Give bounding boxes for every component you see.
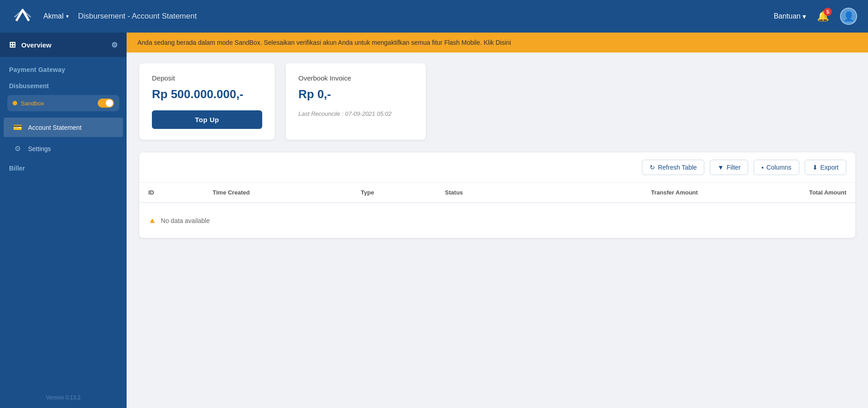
cards-row: Deposit Rp 500.000.000,- Top Up Overbook… (139, 63, 855, 140)
sidebar-version: Version 0.13.2 (0, 387, 127, 408)
sidebar-item-overview[interactable]: ⊞ Overview ⚙ (0, 33, 127, 57)
export-button[interactable]: ⬇ Export (805, 160, 846, 175)
notification-bell[interactable]: 🔔 5 (817, 10, 829, 22)
col-id: ID (139, 183, 203, 203)
table-header-row: ID Time Created Type Status Transfer Amo… (139, 183, 855, 203)
col-status: Status (436, 183, 533, 203)
refresh-table-button[interactable]: ↻ Refresh Table (642, 160, 704, 175)
account-statement-table: ID Time Created Type Status Transfer Amo… (139, 183, 855, 238)
settings-label: Settings (28, 145, 51, 152)
top-navigation: Akmal ▾ Disbursement - Account Statement… (0, 0, 868, 33)
environment-toggle[interactable]: Sandbox (7, 95, 119, 111)
sidebar-biller-label: Biller (0, 159, 127, 176)
avatar-icon: 👤 (843, 11, 854, 22)
col-time-created: Time Created (203, 183, 352, 203)
filter-button[interactable]: ▼ Filter (710, 160, 748, 175)
topnav-right-section: Bantuan ▾ 🔔 5 👤 (774, 8, 857, 25)
overbook-card: Overbook Invoice Rp 0,- Last Recouncile … (286, 63, 426, 140)
table-toolbar: ↻ Refresh Table ▼ Filter ▪ Columns ⬇ Exp… (139, 152, 855, 183)
no-data-row: ▲ No data available (139, 203, 855, 238)
user-name: Akmal (43, 12, 63, 20)
app-logo (11, 6, 34, 26)
topup-button[interactable]: Top Up (152, 110, 262, 129)
breadcrumb: Disbursement - Account Statement (78, 12, 774, 21)
main-content: Anda sedang berada dalam mode SandBox. S… (127, 33, 868, 408)
account-statement-label: Account Statement (28, 124, 81, 131)
columns-icon: ▪ (761, 164, 764, 171)
overview-icon: ⊞ (9, 40, 16, 50)
sandbox-dot-icon (13, 101, 17, 105)
sidebar-item-settings[interactable]: ⚙ Settings (4, 139, 123, 158)
overview-label: Overview (21, 41, 52, 49)
account-statement-table-section: ↻ Refresh Table ▼ Filter ▪ Columns ⬇ Exp… (139, 152, 855, 238)
sidebar-item-account-statement[interactable]: 💳 Account Statement (4, 118, 123, 137)
bantuan-chevron-icon: ▾ (802, 12, 806, 21)
refresh-icon: ↻ (650, 164, 655, 171)
deposit-card: Deposit Rp 500.000.000,- Top Up (139, 63, 275, 140)
user-chevron-icon: ▾ (66, 13, 69, 19)
overbook-card-title: Overbook Invoice (298, 74, 413, 82)
no-data-cell: ▲ No data available (139, 203, 855, 238)
deposit-card-title: Deposit (152, 74, 262, 82)
columns-button[interactable]: ▪ Columns (754, 160, 799, 175)
sandbox-label: Sandbox (21, 100, 44, 107)
user-avatar[interactable]: 👤 (840, 8, 857, 25)
col-total-amount: Total Amount (707, 183, 855, 203)
settings-icon: ⚙ (13, 144, 23, 153)
bantuan-menu[interactable]: Bantuan ▾ (774, 12, 806, 21)
user-menu[interactable]: Akmal ▾ (43, 12, 69, 20)
overview-left: ⊞ Overview (9, 40, 52, 50)
no-data-label: No data available (161, 217, 210, 224)
reconcile-label: Last Recouncile : 07-09-2021 05:02 (298, 110, 413, 117)
content-area: Deposit Rp 500.000.000,- Top Up Overbook… (127, 52, 868, 249)
sidebar-payment-gateway-label[interactable]: Payment Gateway (0, 57, 127, 77)
deposit-amount: Rp 500.000.000,- (152, 87, 262, 101)
warning-icon: ▲ (148, 216, 156, 225)
sidebar: ⊞ Overview ⚙ Payment Gateway Disbusement… (0, 33, 127, 408)
col-transfer-amount: Transfer Amount (533, 183, 707, 203)
sidebar-disbursement-label: Disbusement (0, 77, 127, 93)
sandbox-env-left: Sandbox (13, 100, 44, 107)
overview-gear-icon[interactable]: ⚙ (111, 41, 118, 49)
col-type: Type (352, 183, 436, 203)
export-icon: ⬇ (812, 164, 818, 171)
sandbox-banner[interactable]: Anda sedang berada dalam mode SandBox. S… (127, 33, 868, 52)
filter-icon: ▼ (717, 164, 724, 171)
sandbox-toggle-switch[interactable] (98, 99, 114, 108)
account-statement-icon: 💳 (13, 123, 23, 132)
notification-badge: 5 (824, 8, 832, 16)
overbook-amount: Rp 0,- (298, 87, 413, 101)
sandbox-banner-text: Anda sedang berada dalam mode SandBox. S… (137, 39, 511, 46)
